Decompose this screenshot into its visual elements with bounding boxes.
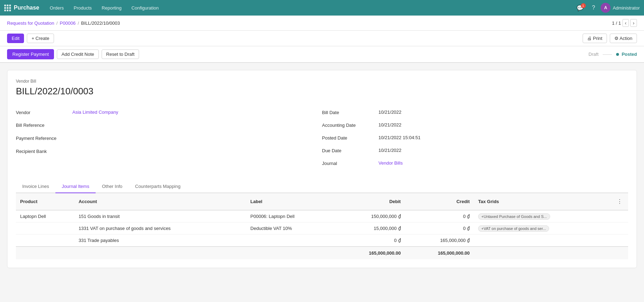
journal-value[interactable]: Vendor Bills: [379, 160, 628, 166]
bill-reference-input[interactable]: [72, 122, 143, 130]
posted-date-value: 10/21/2022 15:04:51: [379, 135, 628, 140]
col-label: Label: [246, 193, 336, 210]
pagination-text: 1 / 1: [612, 20, 621, 26]
payment-reference-label: Payment Reference: [16, 135, 72, 141]
breadcrumb-rfq[interactable]: Requests for Quotation: [7, 20, 54, 26]
recipient-bank-label: Recipient Bank: [16, 148, 72, 154]
due-date-value: 10/21/2022: [379, 148, 628, 153]
tax-badge-1: +Untaxed Purchase of Goods and S...: [478, 213, 550, 220]
tab-other-info[interactable]: Other Info: [96, 180, 129, 193]
recipient-bank-input[interactable]: [72, 148, 143, 156]
row1-account: 151 Goods in transit: [74, 210, 246, 223]
app-name: Purchase: [14, 5, 39, 11]
breadcrumb-bar: Requests for Quotation / P00006 / BILL/2…: [0, 16, 644, 31]
col-account: Account: [74, 193, 246, 210]
row3-debit: 0 ₫: [336, 235, 405, 247]
help-button[interactable]: ?: [589, 2, 598, 13]
payment-reference-field: Payment Reference: [16, 132, 322, 146]
row1-label: P00006: Laptopn Dell: [246, 210, 336, 223]
status-separator: ——: [603, 52, 612, 57]
breadcrumb-sep-1: /: [56, 20, 58, 26]
row2-tax-grids: +VAT on purchase of goods and ser...: [474, 223, 611, 235]
table-row: Laptopn Dell 151 Goods in transit P00006…: [16, 210, 628, 223]
payment-reference-input[interactable]: [72, 135, 143, 143]
due-date-label: Due Date: [322, 148, 379, 153]
row3-options: [611, 235, 628, 247]
top-navigation: Purchase Orders Products Reporting Confi…: [0, 0, 644, 16]
gear-icon: ⚙: [614, 36, 619, 41]
row1-credit: 0 ₫: [405, 210, 474, 223]
edit-button[interactable]: Edit: [7, 34, 24, 43]
breadcrumb-sep-2: /: [78, 20, 79, 26]
row2-product: [16, 223, 74, 235]
main-toolbar: Edit + Create 🖨 Print ⚙ Action: [0, 31, 644, 46]
prev-record-button[interactable]: ‹: [622, 19, 629, 27]
col-tax-grids: Tax Grids: [474, 193, 611, 210]
row2-account: 1331 VAT on purchase of goods and servic…: [74, 223, 246, 235]
row3-tax-grids: [474, 235, 611, 247]
create-button[interactable]: + Create: [27, 34, 54, 43]
accounting-date-value: 10/21/2022: [379, 122, 628, 128]
posted-date-label: Posted Date: [322, 135, 379, 141]
posted-date-field: Posted Date 10/21/2022 15:04:51: [322, 132, 628, 145]
journal-field: Journal Vendor Bills: [322, 158, 628, 170]
print-button[interactable]: 🖨 Print: [583, 34, 607, 43]
row2-debit: 15,000,000 ₫: [336, 223, 405, 235]
vendor-value[interactable]: Asia Limited Company: [72, 109, 322, 115]
accounting-date-field: Accounting Date 10/21/2022: [322, 119, 628, 132]
nav-configuration[interactable]: Configuration: [126, 0, 163, 16]
recipient-bank-field: Recipient Bank: [16, 146, 322, 159]
nav-menu: Orders Products Reporting Configuration: [45, 0, 164, 16]
fields-left: Vendor Asia Limited Company Bill Referen…: [16, 107, 322, 170]
breadcrumb-current: BILL/2022/10/0003: [81, 20, 120, 26]
add-credit-note-button[interactable]: Add Credit Note: [57, 49, 99, 59]
tab-counterparts-mapping[interactable]: Counterparts Mapping: [129, 180, 187, 193]
user-menu[interactable]: A Administrator: [601, 3, 640, 13]
status-area: Draft —— Posted: [589, 52, 637, 57]
grid-icon: [4, 5, 11, 11]
action-button[interactable]: ⚙ Action: [610, 34, 637, 43]
vendor-field: Vendor Asia Limited Company: [16, 107, 322, 119]
row3-label: [246, 235, 336, 247]
print-icon: 🖨: [587, 36, 592, 41]
register-payment-button[interactable]: Register Payment: [7, 49, 54, 59]
status-draft: Draft: [589, 52, 598, 57]
tab-journal-items[interactable]: Journal Items: [55, 180, 96, 193]
bill-date-value: 10/21/2022: [379, 109, 628, 115]
fields-right: Bill Date 10/21/2022 Accounting Date 10/…: [322, 107, 628, 170]
journal-label: Journal: [322, 160, 379, 166]
nav-reporting[interactable]: Reporting: [97, 0, 126, 16]
document-type-label: Vendor Bill: [16, 79, 628, 84]
col-product: Product: [16, 193, 74, 210]
row1-options: [611, 210, 628, 223]
col-credit: Credit: [405, 193, 474, 210]
app-logo[interactable]: Purchase: [4, 5, 39, 11]
footer-end: [474, 247, 628, 259]
bill-date-field: Bill Date 10/21/2022: [322, 107, 628, 119]
table-row: 331 Trade payables 0 ₫ 165,000,000 ₫: [16, 235, 628, 247]
tab-bar: Invoice Lines Journal Items Other Info C…: [16, 180, 628, 193]
row3-account: 331 Trade payables: [74, 235, 246, 247]
bill-reference-label: Bill Reference: [16, 122, 72, 128]
breadcrumb-po[interactable]: P00006: [60, 20, 76, 26]
notifications-button[interactable]: 💬 1: [574, 2, 586, 13]
reset-to-draft-button[interactable]: Reset to Draft: [102, 49, 139, 59]
row2-label: Deductible VAT 10%: [246, 223, 336, 235]
table-footer-row: 165,000,000.00 165,000,000.00: [16, 247, 628, 259]
document-title: BILL/2022/10/0003: [16, 86, 628, 97]
nav-orders[interactable]: Orders: [45, 0, 69, 16]
tab-invoice-lines[interactable]: Invoice Lines: [16, 180, 55, 193]
pagination-area: 1 / 1 ‹ ›: [612, 19, 637, 27]
vendor-label: Vendor: [16, 109, 72, 115]
nav-products[interactable]: Products: [69, 0, 97, 16]
accounting-date-label: Accounting Date: [322, 122, 379, 128]
row3-product: [16, 235, 74, 247]
col-options: ⋮: [611, 193, 628, 210]
column-options-button[interactable]: ⋮: [615, 197, 624, 206]
row1-product: Laptopn Dell: [16, 210, 74, 223]
document-card: Vendor Bill BILL/2022/10/0003 Vendor Asi…: [7, 70, 637, 268]
next-record-button[interactable]: ›: [630, 19, 637, 27]
table-row: 1331 VAT on purchase of goods and servic…: [16, 223, 628, 235]
bill-reference-field: Bill Reference: [16, 119, 322, 132]
footer-debit-total: 165,000,000.00: [336, 247, 405, 259]
